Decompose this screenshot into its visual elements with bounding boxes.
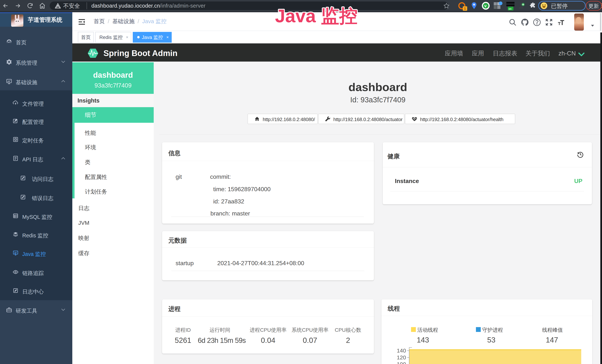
svg-text:Java 监控: Java 监控: [275, 6, 358, 26]
